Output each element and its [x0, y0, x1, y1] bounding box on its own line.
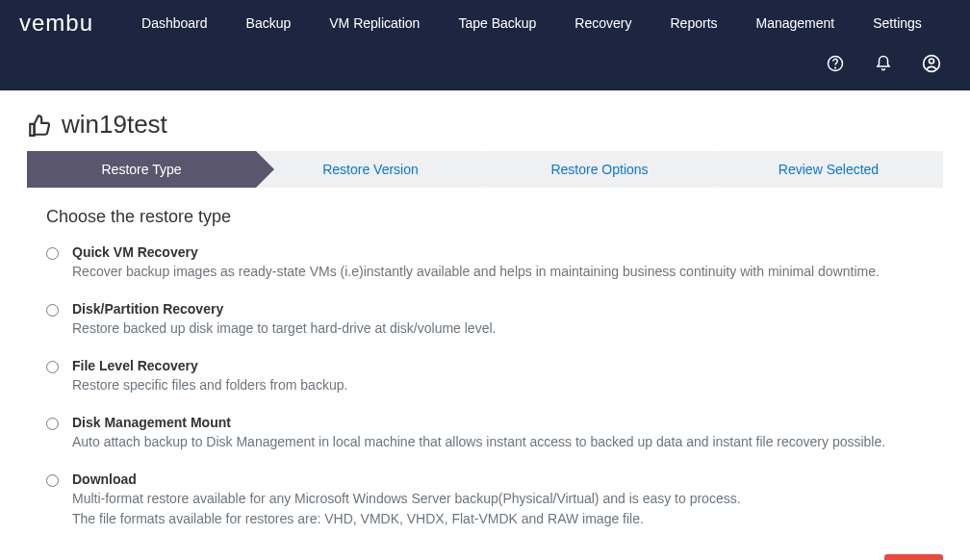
option-quick-vm-recovery: Quick VM Recovery Recover backup images … — [46, 244, 924, 282]
option-title: Quick VM Recovery — [72, 244, 924, 260]
option-title: Disk/Partition Recovery — [72, 301, 924, 317]
nav-recovery[interactable]: Recovery — [555, 2, 651, 44]
step-label: Review Selected — [779, 162, 879, 177]
nav-label: Management — [756, 15, 835, 31]
step-restore-version[interactable]: Restore Version — [256, 151, 485, 188]
radio-file-level[interactable] — [46, 361, 59, 373]
option-disk-partition-recovery: Disk/Partition Recovery Restore backed u… — [46, 301, 924, 339]
nav-vm-replication[interactable]: VM Replication — [310, 2, 439, 44]
nav-label: Settings — [873, 15, 922, 31]
option-body: Download Multi-format restore available … — [72, 471, 924, 529]
nav-label: Dashboard — [141, 15, 208, 31]
radio-disk-mgmt-mount[interactable] — [46, 418, 59, 430]
nav-label: Reports — [671, 15, 718, 31]
option-desc: Auto attach backup to Disk Management in… — [72, 432, 924, 452]
bell-icon[interactable] — [874, 54, 893, 73]
option-desc: Restore backed up disk image to target h… — [72, 318, 924, 339]
option-disk-management-mount: Disk Management Mount Auto attach backup… — [46, 415, 924, 452]
step-label: Restore Type — [101, 162, 181, 177]
radio-disk-partition[interactable] — [46, 304, 59, 317]
brand-logo: vembu — [19, 10, 93, 37]
step-restore-type[interactable]: Restore Type — [27, 151, 256, 188]
top-navbar: vembu Dashboard Backup VM Replication Ta… — [0, 0, 970, 46]
step-label: Restore Options — [550, 162, 648, 177]
page-title: win19test — [62, 110, 167, 140]
nav-management[interactable]: Management — [737, 2, 855, 44]
wizard-steps: Restore Type Restore Version Restore Opt… — [27, 151, 943, 188]
nav-menu: Dashboard Backup VM Replication Tape Bac… — [122, 2, 941, 44]
nav-label: Tape Backup — [458, 15, 536, 31]
user-icon[interactable] — [922, 54, 941, 73]
nav-reports[interactable]: Reports — [651, 2, 737, 44]
radio-download[interactable] — [46, 474, 59, 487]
nav-tape-backup[interactable]: Tape Backup — [439, 2, 555, 44]
option-body: Disk Management Mount Auto attach backup… — [72, 415, 924, 452]
option-title: File Level Recovery — [72, 358, 924, 373]
svg-point-1 — [835, 67, 836, 68]
brand-text: vembu — [19, 10, 93, 36]
option-body: File Level Recovery Restore specific fil… — [72, 358, 924, 395]
section-heading: Choose the restore type — [0, 207, 970, 244]
option-desc: Multi-format restore available for any M… — [72, 489, 924, 529]
option-title: Disk Management Mount — [72, 415, 924, 430]
nav-dashboard[interactable]: Dashboard — [122, 2, 227, 44]
option-desc: Restore specific files and folders from … — [72, 375, 924, 395]
thumbs-up-icon — [27, 113, 52, 138]
help-icon[interactable] — [826, 54, 845, 73]
option-body: Disk/Partition Recovery Restore backed u… — [72, 301, 924, 339]
svg-point-3 — [930, 59, 934, 64]
nav-backup[interactable]: Backup — [227, 2, 311, 44]
restore-options-list: Quick VM Recovery Recover backup images … — [0, 244, 970, 529]
option-desc: Recover backup images as ready-state VMs… — [72, 262, 924, 282]
option-file-level-recovery: File Level Recovery Restore specific fil… — [46, 358, 924, 395]
next-button[interactable]: Next — [884, 554, 943, 560]
option-download: Download Multi-format restore available … — [46, 471, 924, 529]
option-body: Quick VM Recovery Recover backup images … — [72, 244, 924, 282]
nav-label: Recovery — [574, 15, 631, 31]
footer-actions: Next — [0, 548, 970, 560]
nav-settings[interactable]: Settings — [854, 2, 941, 44]
utility-bar — [0, 46, 970, 90]
radio-quick-vm[interactable] — [46, 247, 59, 260]
step-restore-options[interactable]: Restore Options — [485, 151, 714, 188]
step-review-selected[interactable]: Review Selected — [714, 151, 943, 188]
nav-label: Backup — [246, 15, 292, 31]
option-title: Download — [72, 471, 924, 487]
step-label: Restore Version — [322, 162, 419, 177]
page-title-row: win19test — [0, 90, 970, 151]
nav-label: VM Replication — [329, 15, 420, 31]
